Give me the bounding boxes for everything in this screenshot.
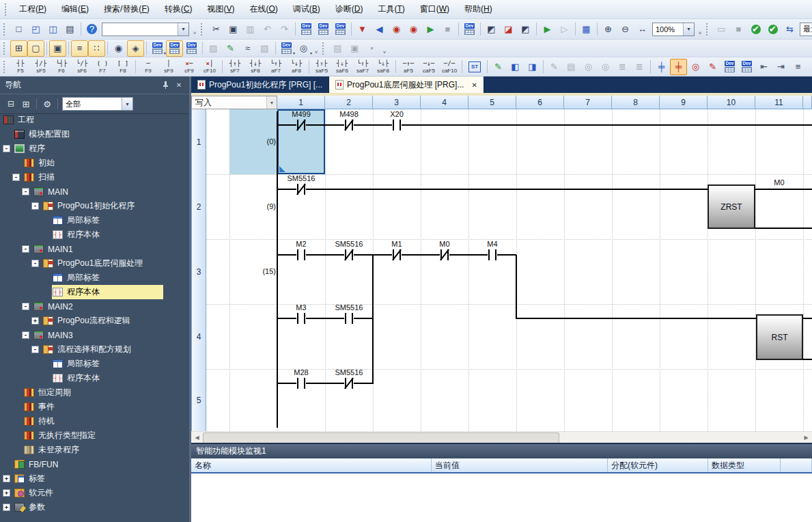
tree-expander-expand[interactable]: +	[3, 475, 10, 482]
push-in-icon[interactable]: ⇤	[755, 59, 772, 75]
tree-expander-collapse[interactable]: -	[22, 331, 29, 339]
tree-item-初始[interactable]: 初始	[0, 156, 189, 170]
tree-expander-collapse[interactable]: -	[3, 145, 10, 152]
tree-item-MAIN2[interactable]: -MAIN2	[0, 299, 189, 314]
menu-帮助[interactable]: 帮助(H)	[457, 1, 500, 17]
rising-pulse-button[interactable]: ┤↑├sF7	[225, 57, 245, 76]
write-mode-selector[interactable]: 写入 ▼	[191, 96, 277, 109]
tree-expander-collapse[interactable]: -	[22, 188, 29, 195]
dropdown-arrow-icon[interactable]: ▼	[122, 98, 132, 110]
remote-operation-icon[interactable]: ◉	[405, 21, 422, 38]
delete-horizontal-line-button[interactable]: ×─cF9	[179, 57, 199, 76]
falling-pulse-close-button[interactable]: ┤⇓├saF6	[332, 57, 352, 76]
toolbar-overflow-button[interactable]: ˅	[380, 42, 389, 55]
vertical-line-button[interactable]: │sF9	[158, 57, 179, 76]
device-comment-icon[interactable]: Dev	[298, 21, 315, 38]
instruction-block-RST[interactable]: RST	[756, 314, 803, 360]
tree-expander-collapse[interactable]: -	[12, 174, 20, 181]
ladder-row-number-5[interactable]: 5	[191, 369, 206, 431]
menu-窗口[interactable]: 窗口(W)	[412, 1, 457, 17]
menu-在线[interactable]: 在线(O)	[242, 1, 285, 17]
zoom-in-icon[interactable]: ⊕	[600, 21, 617, 38]
push-out-icon[interactable]: ⇥	[772, 59, 789, 75]
monitor-column-分配(软元件)[interactable]: 分配(软元件)	[608, 458, 708, 472]
zoom-out-icon[interactable]: ⊖	[617, 21, 634, 38]
statement-insert-icon[interactable]: ◩	[483, 21, 500, 38]
zoom-search-icon[interactable]: ◎▾	[295, 40, 312, 57]
menu-工具[interactable]: 工具(T)	[370, 1, 412, 17]
tree-expander-collapse[interactable]: -	[31, 202, 39, 210]
ladder-row-number-4[interactable]: 4	[191, 304, 206, 370]
wire-monitor-icon[interactable]: ╪	[670, 59, 687, 75]
tree-item-ProgPou1底层伺服处理[interactable]: -ProgPou1底层伺服处理	[0, 256, 189, 271]
horizontal-line-button[interactable]: ─F9	[138, 57, 158, 76]
tree-display-icon[interactable]: ⊟	[3, 97, 18, 111]
scroll-right-button[interactable]: ▶	[800, 432, 812, 443]
pointer-insert-icon[interactable]: ◪	[500, 21, 517, 38]
tree-expander-collapse[interactable]: -	[22, 245, 29, 253]
tree-item-程序[interactable]: -程序	[0, 141, 189, 156]
toolbar-overflow-button[interactable]: ˅	[696, 23, 704, 36]
toolbar-overflow-button[interactable]: ˅	[191, 23, 199, 36]
device-eye-icon[interactable]: Dev▾	[278, 40, 295, 57]
module-monitor-body[interactable]	[191, 473, 812, 522]
device-tree-icon[interactable]: Dev	[183, 40, 200, 57]
coil-button[interactable]: ( )F7	[92, 57, 113, 76]
tree-item-未登录程序[interactable]: 未登录程序	[0, 443, 189, 457]
monitor-column-当前值[interactable]: 当前值	[432, 458, 608, 472]
open-contact-button[interactable]: ┤├F5	[10, 57, 31, 76]
tree-item-局部标签[interactable]: 局部标签	[0, 271, 189, 285]
align-right-icon[interactable]: ≡	[807, 59, 812, 75]
read-from-plc-icon[interactable]: ◀	[371, 21, 388, 38]
falling-pulse-button[interactable]: ┤↓├sF8	[245, 57, 266, 76]
find-icon[interactable]: ◉	[110, 40, 127, 57]
device-monitor-icon[interactable]: Dev	[461, 21, 478, 38]
falling-pulse-close-branch-button[interactable]: └⇓├saF8	[373, 57, 393, 76]
convert-icon[interactable]: ✔	[747, 21, 764, 38]
open-project-icon[interactable]: ◰	[27, 21, 44, 38]
jump-back-icon[interactable]: ⇆	[781, 21, 798, 38]
module-configuration-icon[interactable]: ▣	[49, 40, 66, 57]
settings-gear-icon[interactable]: ⚙	[40, 97, 55, 111]
tree-item-扫描[interactable]: -扫描	[0, 170, 189, 184]
rising-pulse-branch-button[interactable]: └↑├aF7	[266, 57, 286, 76]
monitor-column-blank[interactable]	[781, 458, 812, 472]
device-batch-monitor-icon[interactable]: Dev	[166, 40, 183, 57]
open-branch-button[interactable]: └┤├F6	[51, 57, 72, 76]
monitor-start-icon[interactable]: ▶	[539, 21, 556, 38]
tree-item-软元件[interactable]: +软元件	[0, 486, 189, 500]
application-instruction-button[interactable]: [ ]F8	[113, 57, 133, 76]
statement-display-icon[interactable]: ∷	[88, 40, 105, 57]
run-icon[interactable]: ▶	[422, 21, 439, 38]
tree-item-事件[interactable]: 事件	[0, 400, 189, 414]
device-replace-icon[interactable]: Dev	[738, 59, 755, 75]
tree-item-ProgPou流程和逻辑[interactable]: +ProgPou流程和逻辑	[0, 314, 189, 328]
close-contact-button[interactable]: ┤/├sF5	[31, 57, 51, 76]
tree-item-待机[interactable]: 待机	[0, 414, 189, 428]
pulse-conversion-close-button[interactable]: ─↓─caF5	[419, 57, 439, 76]
tree-item-工程[interactable]: 工程	[0, 113, 189, 127]
tree-item-模块配置图[interactable]: 模块配置图	[0, 127, 189, 141]
new-project-icon[interactable]: □	[10, 21, 27, 38]
pulse-conversion-button[interactable]: ─↑─aF5	[398, 57, 419, 76]
align-left-icon[interactable]: ≡	[789, 59, 807, 75]
menu-工程[interactable]: 工程(P)	[12, 1, 54, 17]
element-selection-icon[interactable]: ▢	[27, 40, 44, 57]
tree-item-程序本体[interactable]: 程序本体	[0, 371, 189, 385]
menu-转换[interactable]: 转换(C)	[157, 1, 200, 17]
find-window-icon[interactable]: ◈	[127, 40, 144, 57]
inline-st-button[interactable]: ST	[464, 57, 485, 76]
tree-item-恒定周期[interactable]: 恒定周期	[0, 385, 189, 400]
tab-close-icon[interactable]: ✕	[471, 81, 477, 89]
verify-with-plc-icon[interactable]: ◉	[388, 21, 405, 38]
device-find-icon[interactable]: Dev	[721, 59, 738, 75]
device-initial-icon[interactable]: Dev	[332, 21, 349, 38]
device-memory-icon[interactable]: Dev	[315, 21, 332, 38]
falling-pulse-branch-button[interactable]: └↓├aF8	[286, 57, 307, 76]
close-branch-button[interactable]: └/├sF6	[72, 57, 92, 76]
device-display-icon[interactable]: Dev▾	[149, 40, 166, 57]
fit-width-icon[interactable]: ↔	[634, 21, 651, 38]
menu-视图[interactable]: 视图(V)	[199, 1, 242, 17]
tree-item-流程选择和配方规划[interactable]: -流程选择和配方规划	[0, 342, 189, 357]
watch-window-icon[interactable]: ▦	[578, 21, 595, 38]
